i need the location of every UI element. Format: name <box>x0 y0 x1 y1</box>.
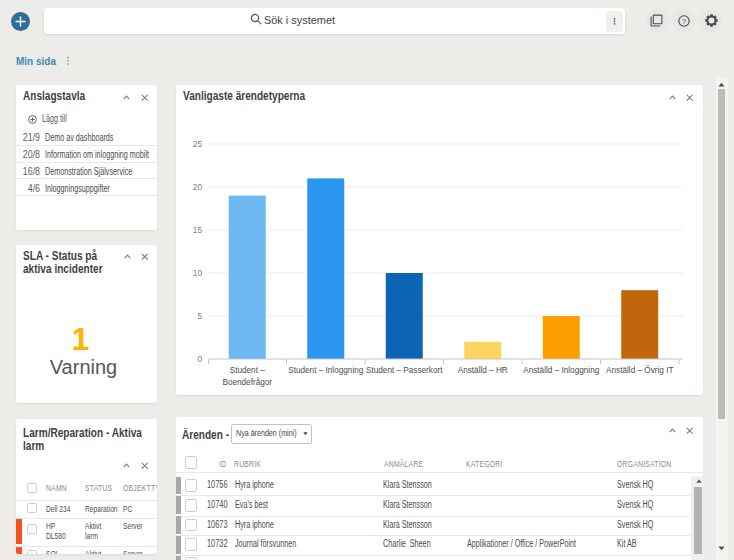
svg-text:?: ? <box>681 16 686 25</box>
svg-text:20: 20 <box>193 182 203 192</box>
svg-text:Anställd – Övrig IT: Anställd – Övrig IT <box>606 365 673 375</box>
svg-text:25: 25 <box>193 139 203 149</box>
svg-text:15: 15 <box>193 225 203 235</box>
svg-text:Student –: Student – <box>230 366 265 375</box>
svg-text:Student – Passerkort: Student – Passerkort <box>366 366 443 375</box>
svg-text:0: 0 <box>197 354 202 364</box>
svg-text:10: 10 <box>193 268 203 278</box>
svg-text:Anställd – HR: Anställd – HR <box>458 366 508 375</box>
svg-text:Anställd – Inloggning: Anställd – Inloggning <box>523 366 599 375</box>
svg-text:Boendefrågor: Boendefrågor <box>222 377 272 387</box>
svg-text:Student – Inloggning: Student – Inloggning <box>288 366 364 375</box>
svg-text:5: 5 <box>197 311 202 321</box>
